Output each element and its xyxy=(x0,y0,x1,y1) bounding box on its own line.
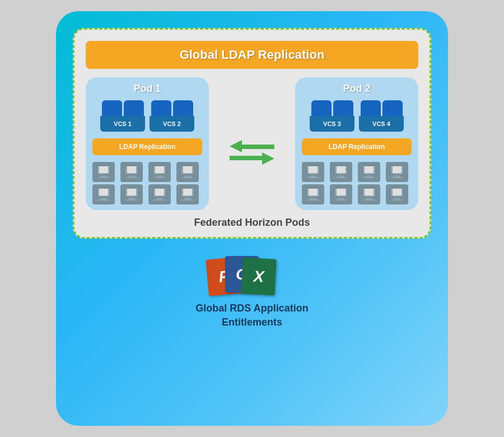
vcs4-block: VCS 4 xyxy=(359,100,404,132)
svg-rect-40 xyxy=(338,175,344,177)
vcs4-body: VCS 4 xyxy=(359,116,404,132)
pod1-title: Pod 1 xyxy=(133,83,161,95)
svg-rect-53 xyxy=(307,199,319,201)
svg-rect-29 xyxy=(183,189,192,196)
double-arrow xyxy=(230,140,274,165)
svg-rect-65 xyxy=(391,199,403,201)
vcs2-body: VCS 2 xyxy=(150,116,194,132)
svg-rect-59 xyxy=(365,189,374,196)
svg-rect-11 xyxy=(154,177,165,178)
svg-rect-18 xyxy=(100,198,107,199)
svg-rect-49 xyxy=(391,177,403,178)
svg-rect-39 xyxy=(337,166,346,173)
vcs2-block: VCS 2 xyxy=(150,100,194,132)
svg-rect-48 xyxy=(394,175,400,177)
svg-rect-25 xyxy=(155,189,164,196)
svg-rect-35 xyxy=(309,166,318,173)
svg-rect-3 xyxy=(98,177,109,178)
svg-rect-36 xyxy=(310,175,316,177)
svg-rect-52 xyxy=(310,198,316,199)
svg-rect-55 xyxy=(337,189,346,196)
desktop-icon-4 xyxy=(176,162,199,182)
svg-rect-57 xyxy=(335,199,347,201)
vcs4-tab2 xyxy=(382,100,403,116)
pod2-desktop-icon-7 xyxy=(358,184,380,204)
pod2-desktop-icon-3 xyxy=(358,162,380,182)
global-ldap-banner: Global LDAP Replication xyxy=(86,41,418,69)
svg-rect-5 xyxy=(127,166,136,173)
svg-rect-47 xyxy=(393,166,402,173)
svg-rect-27 xyxy=(154,199,165,201)
svg-rect-2 xyxy=(100,175,107,177)
desktop-icon-2 xyxy=(120,162,143,182)
svg-rect-10 xyxy=(156,175,163,177)
pod2-desktop-icons xyxy=(302,162,412,204)
pod2-desktop-icon-2 xyxy=(330,162,352,182)
vcs1-body: VCS 1 xyxy=(100,116,145,132)
svg-rect-22 xyxy=(128,198,135,199)
svg-rect-31 xyxy=(182,199,193,201)
vcs1-tab1 xyxy=(102,100,122,116)
vcs3-block: VCS 3 xyxy=(310,100,354,132)
pod2-desktop-icon-8 xyxy=(386,184,408,204)
pod2-ldap-badge: LDAP Replication xyxy=(302,138,412,155)
svg-rect-30 xyxy=(184,198,191,199)
svg-rect-37 xyxy=(307,177,319,178)
global-rds-label: Global RDS Application Entitlements xyxy=(195,301,308,329)
svg-rect-64 xyxy=(394,198,400,199)
vcs3-body: VCS 3 xyxy=(310,116,354,132)
svg-rect-1 xyxy=(99,166,108,173)
ms-excel-icon: X xyxy=(241,257,276,295)
vcs2-label: VCS 2 xyxy=(163,120,181,127)
pod1-ldap-badge: LDAP Replication xyxy=(92,138,202,155)
federated-pods-label: Federated Horizon Pods xyxy=(86,217,418,229)
svg-rect-14 xyxy=(184,175,191,177)
pod2-vcs-row: VCS 3 VCS 4 xyxy=(302,100,412,132)
vcs4-tab1 xyxy=(361,100,381,116)
svg-rect-51 xyxy=(309,189,318,196)
svg-rect-63 xyxy=(393,189,402,196)
desktop-icon-1 xyxy=(92,162,115,182)
vcs3-label: VCS 3 xyxy=(323,120,341,127)
vcs2-tab2 xyxy=(173,100,193,116)
pod2: Pod 2 VCS 3 xyxy=(295,77,418,210)
svg-marker-32 xyxy=(230,140,274,152)
svg-rect-56 xyxy=(338,198,344,199)
pods-row: Pod 1 VCS 1 xyxy=(86,77,418,210)
svg-rect-44 xyxy=(366,175,372,177)
svg-marker-33 xyxy=(230,152,274,165)
svg-rect-9 xyxy=(155,166,164,173)
ms-office-icons-group: P O X xyxy=(207,250,297,295)
svg-rect-6 xyxy=(128,175,135,177)
pod2-desktop-icon-6 xyxy=(330,184,352,204)
vcs3-tab1 xyxy=(311,100,332,116)
svg-rect-13 xyxy=(183,166,192,173)
pod1-desktop-icons xyxy=(92,162,202,204)
desktop-icon-6 xyxy=(120,184,143,204)
svg-rect-45 xyxy=(363,177,375,178)
global-ldap-label: Global LDAP Replication xyxy=(180,48,325,62)
svg-rect-17 xyxy=(99,189,108,196)
desktop-icon-3 xyxy=(148,162,171,182)
svg-rect-19 xyxy=(98,199,109,201)
desktop-icon-5 xyxy=(92,184,115,204)
vcs1-label: VCS 1 xyxy=(114,120,132,127)
svg-rect-26 xyxy=(156,198,163,199)
svg-rect-43 xyxy=(365,166,374,173)
main-diagram: Global LDAP Replication Pod 1 VCS 1 xyxy=(56,11,448,426)
desktop-icon-8 xyxy=(176,184,199,204)
pod1-vcs-row: VCS 1 VCS 2 xyxy=(92,100,202,132)
pod2-desktop-icon-1 xyxy=(302,162,324,182)
svg-rect-23 xyxy=(126,199,137,201)
svg-rect-7 xyxy=(126,177,137,178)
svg-rect-60 xyxy=(366,198,372,199)
pod2-title: Pod 2 xyxy=(343,83,370,95)
pod1: Pod 1 VCS 1 xyxy=(86,77,209,210)
svg-rect-21 xyxy=(127,189,136,196)
pod2-desktop-icon-5 xyxy=(302,184,324,204)
svg-rect-41 xyxy=(335,177,347,178)
vcs2-tab1 xyxy=(151,100,171,116)
vcs3-tab2 xyxy=(333,100,353,116)
pod2-desktop-icon-4 xyxy=(386,162,408,182)
svg-rect-61 xyxy=(363,199,375,201)
